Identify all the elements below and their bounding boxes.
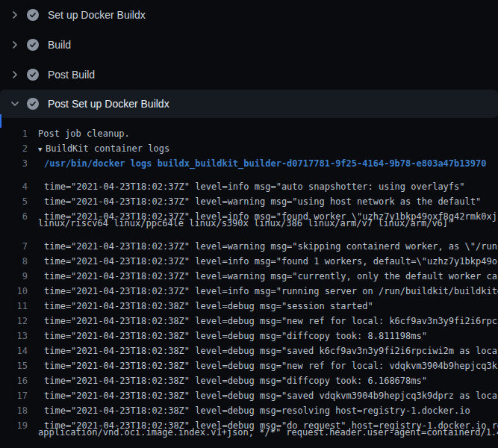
- step-label: Set up Docker Buildx: [48, 9, 146, 21]
- check-circle-icon: [27, 39, 39, 51]
- line-number[interactable]: 1: [0, 126, 28, 141]
- line-number[interactable]: 14: [0, 343, 28, 350]
- line-number[interactable]: 13: [0, 329, 28, 335]
- line-number: [0, 216, 28, 231]
- log-line: 3/usr/bin/docker logs buildx_buildkit_bu…: [0, 156, 498, 171]
- log-text: time="2021-04-23T18:02:38Z" level=debug …: [44, 299, 373, 305]
- step-build[interactable]: Build: [0, 30, 498, 60]
- log-text: time="2021-04-23T18:02:38Z" level=debug …: [44, 329, 427, 335]
- line-number[interactable]: 18: [0, 403, 28, 410]
- chevron-right-icon: [9, 69, 21, 81]
- line-number[interactable]: 19: [0, 418, 28, 425]
- line-number[interactable]: 3: [0, 156, 28, 171]
- log-text: time="2021-04-23T18:02:37Z" level=warnin…: [44, 194, 481, 201]
- log-text: time="2021-04-23T18:02:38Z" level=debug …: [44, 418, 498, 425]
- log-text: time="2021-04-23T18:02:37Z" level=info m…: [44, 209, 497, 216]
- log-line: 20time="2021-04-23T18:02:38Z" level=debu…: [0, 440, 498, 448]
- step-set-up-docker-buildx[interactable]: Set up Docker Buildx: [0, 0, 498, 30]
- line-number[interactable]: 10: [0, 284, 28, 290]
- scroll-accent-bar: [0, 114, 1, 128]
- step-post-build[interactable]: Post Build: [0, 60, 498, 90]
- log-text: Post job cleanup.: [38, 126, 130, 141]
- check-circle-icon: [27, 9, 39, 21]
- line-number[interactable]: 9: [0, 269, 28, 276]
- log-text: time="2021-04-23T18:02:38Z" level=debug …: [44, 403, 470, 410]
- log-text: time="2021-04-23T18:02:37Z" level=warnin…: [44, 269, 497, 276]
- line-number[interactable]: 7: [0, 239, 28, 246]
- chevron-down-icon: [9, 98, 21, 110]
- step-post-set-up-docker-buildx[interactable]: Post Set up Docker Buildx: [0, 90, 498, 118]
- log-text[interactable]: ▼BuildKit container logs: [38, 141, 169, 156]
- step-label: Build: [48, 39, 71, 51]
- log-text: linux/riscv64 linux/ppc64le linux/s390x …: [38, 216, 453, 231]
- log-text: time="2021-04-23T18:02:38Z" level=debug …: [44, 314, 498, 320]
- log-text: time="2021-04-23T18:02:38Z" level=debug …: [44, 358, 497, 365]
- log-line: 7time="2021-04-23T18:02:37Z" level=warni…: [0, 231, 498, 246]
- log-line: linux/riscv64 linux/ppc64le linux/s390x …: [0, 216, 498, 231]
- step-label: Post Build: [48, 69, 95, 81]
- log-line: 2▼BuildKit container logs: [0, 141, 498, 156]
- log-container[interactable]: 1Post job cleanup.2▼BuildKit container l…: [0, 118, 498, 448]
- line-number[interactable]: 6: [0, 209, 28, 216]
- line-number[interactable]: 5: [0, 194, 28, 201]
- log-line: 1Post job cleanup.: [0, 126, 498, 141]
- collapse-triangle-icon: ▼: [38, 142, 46, 157]
- log-text: time="2021-04-23T18:02:37Z" level=info m…: [44, 254, 497, 261]
- log-text: time="2021-04-23T18:02:38Z" level=debug …: [44, 388, 497, 395]
- chevron-right-icon: [9, 39, 21, 51]
- line-number[interactable]: 11: [0, 299, 28, 305]
- line-number[interactable]: 8: [0, 254, 28, 261]
- line-number[interactable]: 12: [0, 314, 28, 320]
- log-command-text: /usr/bin/docker logs buildx_buildkit_bui…: [44, 156, 486, 171]
- line-number[interactable]: 15: [0, 358, 28, 365]
- log-text: time="2021-04-23T18:02:37Z" level=info m…: [44, 179, 465, 186]
- line-number[interactable]: 16: [0, 373, 28, 380]
- step-label: Post Set up Docker Buildx: [48, 98, 169, 110]
- log-text: application/vnd.oci.image.index.v1+json,…: [38, 425, 498, 440]
- line-number: [0, 425, 28, 440]
- line-number[interactable]: 2: [0, 141, 28, 156]
- actions-log-panel: { "theme": { "page_bg": "#090b0f", "band…: [0, 0, 498, 448]
- check-circle-icon: [27, 98, 39, 110]
- steps-list: Set up Docker Buildx Build Post Build Po…: [0, 0, 498, 118]
- log-text: time="2021-04-23T18:02:37Z" level=info m…: [44, 284, 498, 290]
- line-number[interactable]: 17: [0, 388, 28, 395]
- log-line: application/vnd.oci.image.index.v1+json,…: [0, 425, 498, 440]
- line-number[interactable]: 4: [0, 179, 28, 186]
- check-circle-icon: [27, 69, 39, 81]
- log-text: time="2021-04-23T18:02:38Z" level=debug …: [44, 373, 427, 380]
- log-line: 4time="2021-04-23T18:02:37Z" level=info …: [0, 171, 498, 186]
- log-text: time="2021-04-23T18:02:38Z" level=debug …: [44, 343, 497, 350]
- log-text: time="2021-04-23T18:02:37Z" level=warnin…: [44, 239, 497, 246]
- chevron-right-icon: [9, 9, 21, 21]
